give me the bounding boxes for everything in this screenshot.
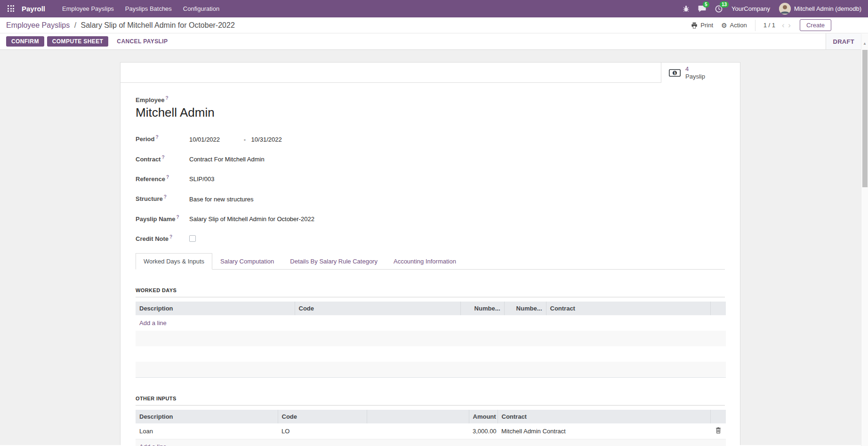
contract-field: Contract? Contract For Mitchell Admin (136, 154, 725, 163)
tab-worked-days-inputs[interactable]: Worked Days & Inputs (136, 253, 212, 270)
action-button[interactable]: ⚙ Action (721, 22, 747, 29)
empty-row (136, 346, 726, 362)
svg-text:1: 1 (674, 71, 676, 75)
messages-icon[interactable]: 5 (698, 5, 706, 12)
other-inputs-header-row: Description Code Amount Contract (136, 410, 726, 423)
worked-days-header-row: Description Code Numbe... Numbe... Contr… (136, 302, 726, 315)
payslip-name-value[interactable]: Salary Slip of Mitchell Admin for Octobe… (189, 215, 314, 223)
period-separator: - (244, 136, 246, 143)
column-header-number-1: Numbe... (460, 302, 504, 315)
stat-label: Payslip (685, 73, 705, 80)
banknote-icon: 1 (669, 69, 681, 77)
form-view-background: 1 4 Payslip Employee? Mitchell Admin (0, 50, 868, 445)
messages-badge: 5 (703, 1, 709, 8)
cell-code[interactable]: LO (278, 423, 367, 439)
empty-row (136, 362, 726, 377)
cell-amount[interactable]: 3,000.00 (469, 423, 498, 439)
cancel-payslip-button[interactable]: CANCEL PAYSLIP (117, 38, 168, 45)
help-icon: ? (164, 194, 167, 199)
tab-details-by-salary-rule-category[interactable]: Details By Salary Rule Category (282, 253, 386, 270)
delete-row-button[interactable] (715, 427, 721, 435)
trash-icon (715, 427, 721, 434)
pager-next-icon[interactable]: › (787, 21, 792, 30)
payslip-name-label: Payslip Name? (136, 214, 189, 223)
column-header-trailer (710, 410, 726, 423)
breadcrumb-separator: / (72, 21, 79, 29)
cell-contract[interactable]: Mitchell Admin Contract (498, 423, 710, 439)
cell-description[interactable]: Loan (136, 423, 278, 439)
menu-configuration[interactable]: Configuration (177, 0, 225, 17)
structure-value[interactable]: Base for new structures (189, 196, 254, 203)
print-button[interactable]: Print (691, 22, 713, 29)
reference-value[interactable]: SLIP/003 (189, 175, 215, 183)
user-name: Mitchell Admin (demodb) (794, 5, 861, 12)
debug-bug-icon[interactable] (683, 5, 689, 12)
column-header-code: Code (278, 410, 367, 423)
payslip-stat-button[interactable]: 1 4 Payslip (661, 63, 740, 83)
print-label: Print (700, 22, 713, 29)
menu-payslips-batches[interactable]: Payslips Batches (120, 0, 177, 17)
user-menu[interactable]: Mitchell Admin (demodb) (779, 3, 861, 15)
column-header-contract: Contract (546, 302, 710, 315)
column-header-code: Code (295, 302, 460, 315)
worked-days-add-a-line[interactable]: Add a line (136, 315, 726, 331)
scrollbar-thumb[interactable] (862, 50, 868, 187)
status-zone: DRAFT (826, 33, 861, 49)
column-header-amount: Amount (469, 410, 498, 423)
empty-row (136, 331, 726, 346)
create-button[interactable]: Create (800, 19, 831, 31)
button-box: 1 4 Payslip (121, 63, 740, 83)
apps-menu-icon[interactable] (8, 5, 15, 12)
credit-note-field: Credit Note? (136, 233, 725, 243)
column-header-number-2: Numbe... (504, 302, 546, 315)
period-date-from[interactable]: 10/01/2022 (189, 136, 242, 143)
form-fields: Employee? Mitchell Admin Period? 10/01/2… (121, 96, 740, 446)
tab-salary-computation[interactable]: Salary Computation (212, 253, 282, 270)
help-icon: ? (166, 175, 169, 180)
control-panel-actions: Print ⚙ Action 1 / 1 ‹ › Create (691, 19, 831, 31)
payslip-name-field: Payslip Name? Salary Slip of Mitchell Ad… (136, 214, 725, 223)
topbar: Payroll Employee Payslips Payslips Batch… (0, 0, 868, 17)
other-inputs-add-a-line[interactable]: Add a line (136, 439, 726, 446)
employee-value[interactable]: Mitchell Admin (136, 105, 725, 120)
other-inputs-table: Description Code Amount Contract Loan LO (136, 410, 726, 446)
period-date-to[interactable]: 10/31/2022 (251, 136, 282, 143)
period-field: Period? 10/01/2022 - 10/31/2022 (136, 134, 725, 143)
structure-label: Structure? (136, 193, 189, 203)
action-label: Action (730, 22, 747, 29)
confirm-button[interactable]: CONFIRM (6, 36, 44, 47)
app-name[interactable]: Payroll (22, 5, 45, 13)
printer-icon (691, 22, 698, 29)
activities-badge: 13 (720, 1, 729, 8)
other-inputs-row-loan: Loan LO 3,000.00 Mitchell Admin Contract (136, 423, 726, 439)
reference-field: Reference? SLIP/003 (136, 174, 725, 183)
credit-note-checkbox[interactable] (189, 235, 196, 242)
help-icon: ? (169, 234, 172, 239)
scrollbar-up-icon[interactable]: ▲ (861, 34, 868, 46)
vertical-scrollbar[interactable]: ▲ (861, 34, 868, 446)
compute-sheet-button[interactable]: COMPUTE SHEET (47, 36, 109, 47)
column-header-description: Description (136, 410, 278, 423)
form-statusbar: CONFIRM COMPUTE SHEET CANCEL PAYSLIP DRA… (0, 33, 868, 50)
worked-days-title: WORKED DAYS (136, 287, 725, 297)
status-badge[interactable]: DRAFT (833, 38, 854, 45)
activities-clock-icon[interactable]: 13 (715, 5, 723, 13)
gear-icon: ⚙ (721, 22, 727, 29)
tab-accounting-information[interactable]: Accounting Information (386, 253, 464, 270)
contract-value[interactable]: Contract For Mitchell Admin (189, 156, 265, 163)
top-menu: Employee Payslips Payslips Batches Confi… (56, 0, 225, 17)
other-inputs-title: OTHER INPUTS (136, 396, 725, 406)
column-header-trailer (710, 302, 726, 315)
structure-field: Structure? Base for new structures (136, 193, 725, 203)
pager-value[interactable]: 1 / 1 (764, 22, 775, 29)
company-switcher[interactable]: YourCompany (731, 5, 770, 12)
control-panel: Employee Payslips / Salary Slip of Mitch… (0, 17, 868, 33)
help-icon: ? (165, 96, 168, 101)
reference-label: Reference? (136, 174, 189, 183)
notebook-tabs: Worked Days & Inputs Salary Computation … (136, 253, 725, 270)
period-label: Period? (136, 134, 189, 143)
pager-prev-icon[interactable]: ‹ (781, 21, 786, 30)
divider (755, 20, 755, 31)
breadcrumb-parent[interactable]: Employee Payslips (6, 21, 70, 29)
menu-employee-payslips[interactable]: Employee Payslips (56, 0, 120, 17)
